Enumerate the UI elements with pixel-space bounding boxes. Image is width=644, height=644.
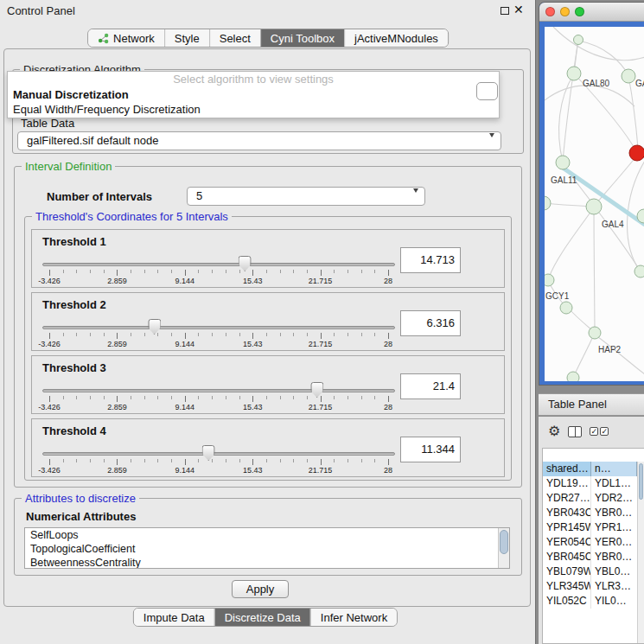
list-item[interactable]: TopologicalCoefficient bbox=[25, 542, 509, 556]
slider-track[interactable] bbox=[42, 389, 395, 392]
graph-node[interactable] bbox=[589, 327, 601, 339]
table-scrollbar[interactable] bbox=[637, 462, 644, 643]
cell[interactable]: YBR0… bbox=[591, 550, 637, 564]
tick-label: 9.144 bbox=[175, 466, 195, 475]
attributes-scrollbar[interactable] bbox=[498, 528, 509, 568]
columns-icon[interactable] bbox=[568, 426, 582, 437]
checkbox-icon[interactable]: ✓ bbox=[600, 427, 609, 436]
graph-node[interactable] bbox=[567, 372, 579, 381]
cell[interactable]: YIL0… bbox=[591, 594, 637, 609]
close-icon[interactable]: ✕ bbox=[513, 3, 524, 16]
algorithm-combo-arrow-button[interactable] bbox=[476, 82, 498, 100]
float-window-icon[interactable] bbox=[501, 7, 509, 15]
tick-label: 9.144 bbox=[175, 340, 195, 348]
graph-node[interactable] bbox=[586, 199, 602, 214]
tick-label: 28 bbox=[384, 403, 392, 411]
scrollbar-thumb[interactable] bbox=[500, 530, 508, 554]
tab-select[interactable]: Select bbox=[209, 29, 260, 47]
tab-discretize-data[interactable]: Discretize Data bbox=[214, 609, 310, 626]
gear-icon[interactable]: ⚙ bbox=[548, 424, 560, 438]
network-canvas[interactable]: GAL80 GA GAL11 GAL4 GCY1 HAP2 bbox=[545, 27, 644, 381]
table-row[interactable]: YBR045C YBR0… bbox=[543, 550, 637, 564]
list-item[interactable]: SelfLoops bbox=[25, 528, 509, 542]
major-tick bbox=[321, 396, 322, 402]
slider-track[interactable] bbox=[42, 326, 395, 329]
dropdown-option-equal-width-frequency[interactable]: Equal Width/Frequency Discretization bbox=[8, 102, 499, 117]
slider-track[interactable] bbox=[42, 452, 395, 456]
cell[interactable]: YBR0… bbox=[591, 506, 637, 520]
cell[interactable]: YPR145W bbox=[543, 520, 591, 535]
combo-arrows-icon bbox=[484, 136, 494, 150]
graph-node[interactable] bbox=[545, 196, 551, 210]
cell[interactable]: YBL0… bbox=[591, 564, 637, 579]
tab-impute-data[interactable]: Impute Data bbox=[134, 609, 214, 626]
apply-button[interactable]: Apply bbox=[232, 580, 289, 598]
graph-node[interactable] bbox=[622, 69, 635, 83]
threshold-slider[interactable]: -3.4262.8599.14415.4321.71528 bbox=[49, 319, 388, 350]
table-row[interactable]: YDL19… YDL1… bbox=[543, 476, 637, 491]
table-row[interactable]: YLR345W YLR3… bbox=[543, 579, 637, 594]
slider-scale: -3.4262.8599.14415.4321.71528 bbox=[49, 333, 388, 352]
checkbox-icon[interactable]: ✓ bbox=[590, 427, 598, 436]
threshold-value-field[interactable]: 6.316 bbox=[400, 310, 461, 336]
slider-track[interactable] bbox=[42, 263, 395, 266]
tick-label: 15.43 bbox=[243, 340, 263, 348]
cell[interactable]: YPR1… bbox=[591, 520, 637, 535]
network-window-titlebar[interactable] bbox=[539, 3, 644, 22]
threshold-value-field[interactable]: 21.4 bbox=[400, 373, 461, 399]
threshold-value-field[interactable]: 11.344 bbox=[400, 437, 461, 462]
cell[interactable]: YDR27… bbox=[543, 491, 591, 506]
cell[interactable]: YLR3… bbox=[591, 579, 637, 594]
tab-cyni-toolbox[interactable]: Cyni Toolbox bbox=[260, 29, 344, 47]
graph-node[interactable] bbox=[556, 156, 570, 169]
minimize-traffic-light-icon[interactable] bbox=[560, 7, 570, 16]
cell[interactable]: YDL1… bbox=[591, 476, 637, 491]
graph-node[interactable] bbox=[560, 302, 572, 314]
major-tick bbox=[185, 459, 186, 465]
number-of-intervals-combo[interactable]: 5 bbox=[187, 187, 425, 206]
graph-node-selected[interactable] bbox=[629, 145, 644, 161]
table-row[interactable]: YER054C YER0… bbox=[543, 535, 637, 550]
tick-label: 21.715 bbox=[309, 277, 333, 285]
major-tick bbox=[49, 270, 50, 276]
cell[interactable]: YBL079W bbox=[543, 564, 591, 579]
cell[interactable]: YER054C bbox=[543, 535, 591, 550]
graph-node[interactable] bbox=[574, 35, 583, 45]
table-row[interactable]: YBR043C YBR0… bbox=[543, 506, 637, 520]
zoom-traffic-light-icon[interactable] bbox=[575, 7, 584, 16]
threshold-slider[interactable]: -3.4262.8599.14415.4321.71528 bbox=[49, 256, 388, 287]
graph-node[interactable] bbox=[545, 274, 554, 286]
tick-label: 9.144 bbox=[175, 277, 195, 285]
cell[interactable]: YDL19… bbox=[543, 476, 591, 491]
table-row[interactable]: YBL079W YBL0… bbox=[543, 564, 637, 579]
tab-style[interactable]: Style bbox=[164, 29, 209, 47]
scrollbar-thumb[interactable] bbox=[639, 463, 643, 500]
tab-network[interactable]: Network bbox=[88, 29, 164, 47]
graph-node[interactable] bbox=[567, 67, 581, 80]
threshold-slider[interactable]: -3.4262.8599.14415.4321.71528 bbox=[49, 382, 388, 413]
attributes-list[interactable]: SelfLoops TopologicalCoefficient Between… bbox=[24, 527, 510, 569]
table-row[interactable]: YDR27… YDR2… bbox=[543, 491, 637, 506]
tab-infer-network[interactable]: Infer Network bbox=[310, 609, 397, 626]
list-item[interactable]: BetweennessCentrality bbox=[25, 556, 509, 569]
cell[interactable]: YLR345W bbox=[543, 579, 591, 594]
graph-node[interactable] bbox=[634, 265, 644, 277]
column-header-shared-name[interactable]: shared… bbox=[543, 462, 591, 476]
table-data-combo[interactable]: galFiltered.sif default node bbox=[17, 131, 501, 150]
cell[interactable]: YIL052C bbox=[543, 594, 591, 609]
cell[interactable]: YER0… bbox=[591, 535, 637, 550]
cell[interactable]: YBR043C bbox=[543, 506, 591, 520]
cell[interactable]: YBR045C bbox=[543, 550, 591, 564]
cell[interactable]: YDR2… bbox=[591, 491, 637, 506]
threshold-value-field[interactable]: 14.713 bbox=[400, 247, 461, 273]
dropdown-option-manual-discretization[interactable]: Manual Discretization bbox=[8, 87, 499, 102]
select-columns-icons: ✓ ✓ bbox=[590, 427, 609, 436]
tab-jactivemnodules[interactable]: jActiveMNodules bbox=[344, 29, 448, 47]
close-traffic-light-icon[interactable] bbox=[545, 7, 555, 16]
table-row[interactable]: YPR145W YPR1… bbox=[543, 520, 637, 535]
column-header-name[interactable]: n… bbox=[591, 462, 637, 476]
threshold-slider[interactable]: -3.4262.8599.14415.4321.71528 bbox=[49, 445, 388, 476]
table-row[interactable]: YIL052C YIL0… bbox=[543, 594, 637, 609]
threshold-panel: Threshold 1 -3.4262.8599.14415.4321.7152… bbox=[31, 229, 505, 288]
major-tick bbox=[252, 459, 253, 465]
